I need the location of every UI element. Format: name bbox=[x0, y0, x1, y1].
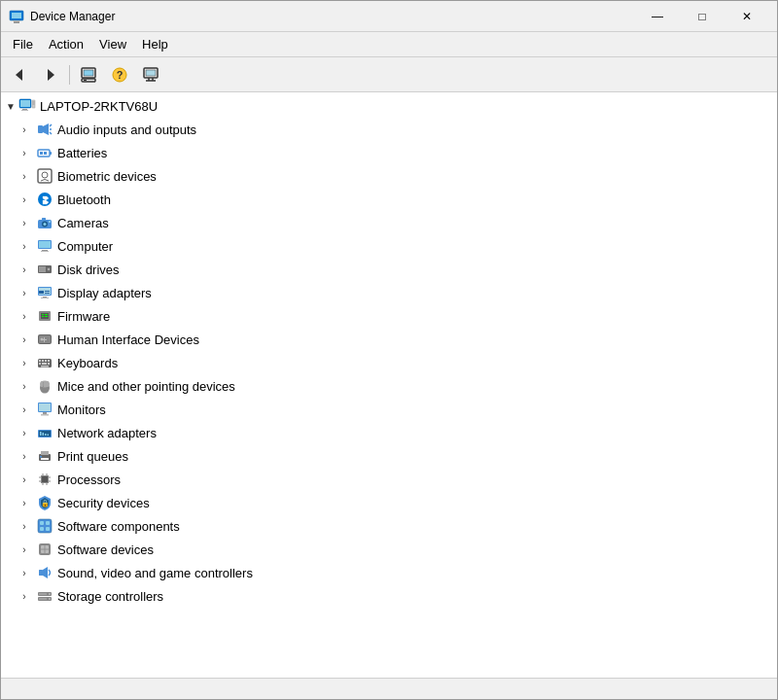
svg-rect-108 bbox=[46, 521, 50, 525]
svg-rect-87 bbox=[40, 432, 42, 436]
svg-rect-9 bbox=[84, 80, 87, 81]
tree-item-hid[interactable]: › Human Interface Devices bbox=[1, 328, 777, 351]
svg-rect-80 bbox=[47, 381, 50, 387]
svg-rect-31 bbox=[40, 152, 43, 155]
biometric-icon bbox=[36, 167, 53, 185]
tree-item-sound[interactable]: › Sound, video and game controllers bbox=[1, 561, 777, 584]
tree-item-security[interactable]: › 🔒 Security devices bbox=[1, 491, 777, 514]
svg-rect-107 bbox=[40, 521, 44, 525]
root-expand-arrow: ▼ bbox=[3, 98, 18, 114]
tree-item-keyboards[interactable]: › Keyboards bbox=[1, 351, 777, 374]
label-software-devices: Software devices bbox=[57, 542, 154, 557]
svg-rect-106 bbox=[38, 519, 52, 533]
tree-item-batteries[interactable]: › Batteries bbox=[1, 141, 777, 164]
svg-rect-1 bbox=[12, 13, 21, 18]
svg-rect-75 bbox=[41, 366, 49, 368]
tree-root[interactable]: ▼ LAPTOP-2RKTV68U bbox=[1, 94, 777, 118]
app-icon bbox=[9, 9, 24, 24]
label-processors: Processors bbox=[57, 472, 121, 487]
tree-item-network[interactable]: › Network adapters bbox=[1, 421, 777, 444]
back-button[interactable] bbox=[5, 61, 34, 88]
close-button[interactable]: ✕ bbox=[725, 1, 769, 32]
menu-view[interactable]: View bbox=[91, 34, 134, 54]
label-network: Network adapters bbox=[57, 426, 157, 440]
expand-arrow-audio: › bbox=[17, 122, 32, 137]
tree-item-software-components[interactable]: › Software components bbox=[1, 514, 777, 538]
tree-item-cameras[interactable]: › Cameras bbox=[1, 211, 777, 234]
svg-rect-58 bbox=[42, 314, 44, 315]
tree-item-computer[interactable]: › Computer bbox=[1, 234, 777, 258]
hid-icon bbox=[36, 331, 53, 348]
expand-arrow-biometric: › bbox=[17, 168, 32, 184]
svg-rect-82 bbox=[39, 403, 51, 411]
tree-children: › Audio inputs and outputs › Batteries ›… bbox=[1, 118, 777, 608]
svg-text:🔒: 🔒 bbox=[41, 499, 50, 508]
menu-action[interactable]: Action bbox=[41, 34, 91, 54]
tree-item-biometric[interactable]: › Biometric devices bbox=[1, 164, 777, 188]
tree-item-software-devices[interactable]: › Software devices bbox=[1, 538, 777, 561]
svg-rect-40 bbox=[49, 221, 51, 223]
svg-rect-3 bbox=[13, 20, 20, 21]
svg-marker-4 bbox=[16, 69, 22, 81]
svg-rect-115 bbox=[39, 570, 43, 576]
label-firmware: Firmware bbox=[57, 309, 110, 324]
label-disk-drives: Disk drives bbox=[57, 262, 120, 277]
tree-view[interactable]: ▼ LAPTOP-2RKTV68U › Audio bbox=[1, 92, 777, 678]
svg-rect-90 bbox=[48, 435, 50, 437]
svg-point-38 bbox=[44, 223, 47, 226]
svg-line-28 bbox=[50, 132, 52, 134]
menu-file[interactable]: File bbox=[5, 34, 41, 54]
label-keyboards: Keyboards bbox=[57, 356, 118, 370]
forward-button[interactable] bbox=[36, 61, 65, 88]
expand-arrow-print: › bbox=[17, 448, 32, 464]
bluetooth-icon bbox=[36, 191, 53, 208]
computer-icon bbox=[18, 97, 36, 115]
svg-marker-25 bbox=[43, 123, 49, 135]
svg-rect-92 bbox=[41, 451, 49, 455]
svg-rect-61 bbox=[45, 316, 48, 317]
maximize-button[interactable]: □ bbox=[680, 1, 725, 32]
properties-button[interactable] bbox=[74, 61, 103, 88]
keyboard-icon bbox=[36, 354, 53, 371]
svg-rect-74 bbox=[48, 363, 50, 365]
tree-item-mice[interactable]: › Mice and other pointing devices bbox=[1, 374, 777, 398]
tree-item-firmware[interactable]: › Firmware bbox=[1, 304, 777, 328]
minimize-button[interactable]: — bbox=[635, 1, 680, 32]
label-bluetooth: Bluetooth bbox=[57, 192, 111, 207]
svg-rect-46 bbox=[39, 266, 46, 272]
tree-item-audio[interactable]: › Audio inputs and outputs bbox=[1, 118, 777, 141]
expand-arrow-processors: › bbox=[17, 472, 32, 487]
svg-rect-2 bbox=[14, 21, 19, 23]
help-button[interactable]: ? bbox=[105, 61, 134, 88]
svg-rect-72 bbox=[39, 363, 41, 365]
svg-marker-116 bbox=[43, 567, 48, 578]
menu-help[interactable]: Help bbox=[134, 34, 176, 54]
svg-point-48 bbox=[48, 268, 50, 270]
svg-rect-70 bbox=[45, 360, 47, 362]
svg-rect-42 bbox=[39, 241, 51, 248]
svg-rect-54 bbox=[45, 291, 50, 292]
svg-point-119 bbox=[49, 593, 51, 595]
expand-arrow-network: › bbox=[17, 425, 32, 440]
monitor-icon bbox=[36, 401, 53, 418]
label-biometric: Biometric devices bbox=[57, 169, 157, 184]
tree-item-processors[interactable]: › Processors bbox=[1, 468, 777, 491]
svg-rect-96 bbox=[42, 476, 48, 482]
label-audio: Audio inputs and outputs bbox=[57, 122, 196, 137]
svg-rect-89 bbox=[45, 434, 47, 436]
title-bar-text: Device Manager bbox=[30, 10, 635, 23]
tree-item-monitors[interactable]: › Monitors bbox=[1, 398, 777, 421]
svg-rect-60 bbox=[45, 314, 48, 315]
device-map-button[interactable] bbox=[136, 61, 165, 88]
svg-rect-84 bbox=[41, 414, 49, 416]
label-mice: Mice and other pointing devices bbox=[57, 379, 235, 394]
svg-rect-30 bbox=[50, 152, 52, 155]
tree-item-bluetooth[interactable]: › Bluetooth bbox=[1, 188, 777, 211]
tree-item-storage[interactable]: › Storage controllers bbox=[1, 584, 777, 608]
tree-item-disk-drives[interactable]: › Disk drives bbox=[1, 258, 777, 281]
tree-item-display[interactable]: › Display adapters bbox=[1, 281, 777, 304]
label-hid: Human Interface Devices bbox=[57, 332, 199, 347]
tree-item-print[interactable]: › Print queues bbox=[1, 444, 777, 468]
label-monitors: Monitors bbox=[57, 402, 106, 417]
firmware-icon bbox=[36, 307, 53, 325]
